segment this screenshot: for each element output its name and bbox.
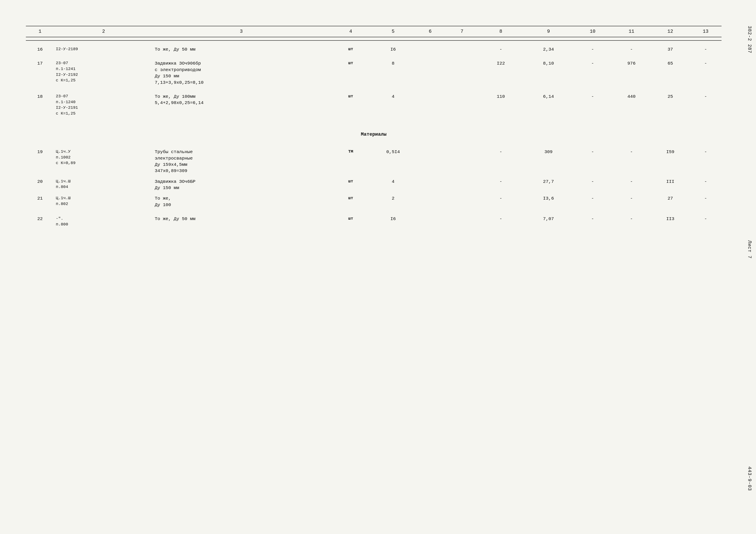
row-20-col7	[446, 176, 478, 193]
row-17-desc: Задвижка ЗОч906бр с электроприводом Ду 1…	[153, 58, 330, 88]
row-19-col8: -	[478, 147, 524, 176]
row-22-col7	[446, 214, 478, 229]
spacer-6	[26, 210, 721, 214]
row-17-col13: -	[689, 58, 721, 88]
section-header-materials: Материалы	[26, 125, 721, 142]
col-header-8: 8	[478, 26, 524, 37]
row-21-col7	[446, 193, 478, 210]
row-16-col9: 2,34	[524, 44, 573, 55]
row-21-unit: шт	[330, 193, 372, 210]
col-header-9: 9	[524, 26, 573, 37]
row-21-col8: -	[478, 193, 524, 210]
col-header-1: 1	[26, 26, 54, 37]
row-21-col12: 27	[651, 193, 689, 210]
spacer-5	[26, 142, 721, 147]
row-16-col7	[446, 44, 478, 55]
row-20-num: 20	[26, 176, 54, 193]
side-label-middle: Лист 7	[747, 240, 752, 259]
row-18-num: 18	[26, 91, 54, 118]
row-21-col10: -	[573, 193, 612, 210]
row-16-col13: -	[689, 44, 721, 55]
row-22-num: 22	[26, 214, 54, 229]
side-label-bottom: 443-9-03	[747, 467, 752, 491]
row-21-code: Ц.1ч.Ш п.802	[54, 193, 153, 210]
table-row: 19 Ц.1ч.У п.1002 с К=0,89 Трубы стальные…	[26, 147, 721, 176]
table-row: 18 23-07 п.1-1240 I2-У-2191 с К=1,25 То …	[26, 91, 721, 118]
col-header-13: 13	[689, 26, 721, 37]
row-16-unit: шт	[330, 44, 372, 55]
row-18-col9: 6,14	[524, 91, 573, 118]
row-16-col6	[414, 44, 446, 55]
table-row: 20 Ц.1ч.Ш п.804 Задвижка ЗОч6БР Ду 150 м…	[26, 176, 721, 193]
row-18-col8: 110	[478, 91, 524, 118]
row-19-desc: Трубы стальные электросварные Ду 159х4,5…	[153, 147, 330, 176]
row-22-col11: -	[612, 214, 651, 229]
row-18-col11: 440	[612, 91, 651, 118]
page: 382-2 287 Лист 7 443-9-03 1 2 3 4 5	[0, 0, 756, 534]
row-18-col12: 25	[651, 91, 689, 118]
row-21-col9: I3,6	[524, 193, 573, 210]
row-16-num: 16	[26, 44, 54, 55]
row-22-col8: -	[478, 214, 524, 229]
col-header-5: 5	[372, 26, 415, 37]
table-header-row2	[26, 37, 721, 40]
col-header-2: 2	[54, 26, 153, 37]
table-header-row1: 1 2 3 4 5 6 7 8 9 10 11 12 13	[26, 26, 721, 37]
row-19-col7	[446, 147, 478, 176]
row-19-num: 19	[26, 147, 54, 176]
row-18-col6	[414, 91, 446, 118]
side-label-top: 382-2 287	[747, 26, 752, 53]
row-19-col6	[414, 147, 446, 176]
row-20-col12: III	[651, 176, 689, 193]
row-20-col6	[414, 176, 446, 193]
table-row: 17 23-07 п.1-1241 I2-У-2192 с К=1,25 Зад…	[26, 58, 721, 88]
row-19-col13: -	[689, 147, 721, 176]
row-21-desc: То же, Ду 100	[153, 193, 330, 210]
row-18-col13: -	[689, 91, 721, 118]
row-16-col8: -	[478, 44, 524, 55]
table-row: 22 -". п.800 То же, Ду 50 мм шт I6 - 7,0…	[26, 214, 721, 229]
row-19-col10: -	[573, 147, 612, 176]
row-19-code: Ц.1ч.У п.1002 с К=0,89	[54, 147, 153, 176]
row-16-qty: I6	[372, 44, 415, 55]
col-header-6: 6	[414, 26, 446, 37]
row-22-desc: То же, Ду 50 мм	[153, 214, 330, 229]
row-17-code: 23-07 п.1-1241 I2-У-2192 с К=1,25	[54, 58, 153, 88]
row-17-col9: 8,10	[524, 58, 573, 88]
row-20-col13: -	[689, 176, 721, 193]
row-21-col13: -	[689, 193, 721, 210]
row-20-col10: -	[573, 176, 612, 193]
row-19-col9: 309	[524, 147, 573, 176]
row-22-qty: I6	[372, 214, 415, 229]
row-21-qty: 2	[372, 193, 415, 210]
row-22-col12: II3	[651, 214, 689, 229]
row-22-col13: -	[689, 214, 721, 229]
row-20-desc: Задвижка ЗОч6БР Ду 150 мм	[153, 176, 330, 193]
col-header-10: 10	[573, 26, 612, 37]
row-21-col6	[414, 193, 446, 210]
row-22-code: -". п.800	[54, 214, 153, 229]
row-18-col10: -	[573, 91, 612, 118]
row-18-unit: шт	[330, 91, 372, 118]
row-19-qty: 0,5I4	[372, 147, 415, 176]
row-16-col10: -	[573, 44, 612, 55]
row-20-qty: 4	[372, 176, 415, 193]
row-20-code: Ц.1ч.Ш п.804	[54, 176, 153, 193]
row-22-col6	[414, 214, 446, 229]
row-19-unit: ТМ	[330, 147, 372, 176]
row-20-unit: шт	[330, 176, 372, 193]
row-17-unit: шт	[330, 58, 372, 88]
col-header-7: 7	[446, 26, 478, 37]
row-20-col11: -	[612, 176, 651, 193]
col-header-4: 4	[330, 26, 372, 37]
row-17-num: 17	[26, 58, 54, 88]
spacer-1	[26, 40, 721, 44]
row-22-col9: 7,07	[524, 214, 573, 229]
row-18-desc: То же, Ду 100мм 5,4+2,98х0,25=6,14	[153, 91, 330, 118]
col-header-12: 12	[651, 26, 689, 37]
spacer-2	[26, 55, 721, 58]
row-21-col11: -	[612, 193, 651, 210]
row-18-qty: 4	[372, 91, 415, 118]
section-label-materials: Материалы	[26, 125, 721, 142]
row-19-col12: I59	[651, 147, 689, 176]
